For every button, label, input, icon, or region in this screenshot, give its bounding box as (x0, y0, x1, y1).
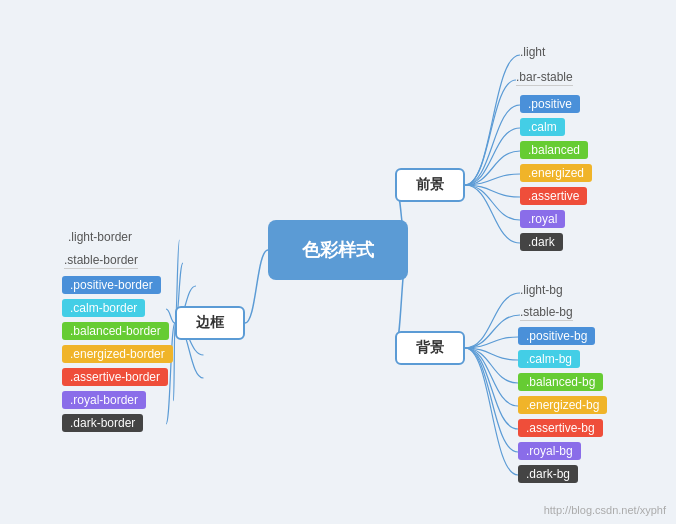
tag-stableborder: .stable-border (64, 253, 138, 269)
watermark: http://blog.csdn.net/xyphf (544, 504, 666, 516)
tag-energized: .energized (520, 164, 592, 182)
branch-node-foreground: 前景 (395, 168, 465, 202)
tag-positiveborder: .positive-border (62, 276, 161, 294)
tag-dark: .dark (520, 233, 563, 251)
tag-calmborder: .calm-border (62, 299, 145, 317)
tag-royal: .royal (520, 210, 565, 228)
tag-assertiveborder: .assertive-border (62, 368, 168, 386)
tag-royalborder: .royal-border (62, 391, 146, 409)
center-node: 色彩样式 (268, 220, 408, 280)
tag-calmbg: .calm-bg (518, 350, 580, 368)
tag-energizedborder: .energized-border (62, 345, 173, 363)
tag-light: .light (520, 45, 545, 59)
tag-stablebg: .stable-bg (520, 305, 573, 321)
tag-light-bg: .light-bg (520, 283, 563, 297)
branch-node-border: 边框 (175, 306, 245, 340)
tag-assertive: .assertive (520, 187, 587, 205)
tag-positivebg: .positive-bg (518, 327, 595, 345)
tag-positive: .positive (520, 95, 580, 113)
tag-assertivebg: .assertive-bg (518, 419, 603, 437)
tag-darkborder: .dark-border (62, 414, 143, 432)
branch-node-background: 背景 (395, 331, 465, 365)
tag-darkbg: .dark-bg (518, 465, 578, 483)
tag-light-border: .light-border (68, 230, 132, 244)
tag-balanced: .balanced (520, 141, 588, 159)
tag-royalbg: .royal-bg (518, 442, 581, 460)
tag-barstable: .bar-stable (516, 70, 573, 86)
tag-energizedbg: .energized-bg (518, 396, 607, 414)
tag-calm: .calm (520, 118, 565, 136)
tag-balancedbg: .balanced-bg (518, 373, 603, 391)
tag-balancedborder: .balanced-border (62, 322, 169, 340)
